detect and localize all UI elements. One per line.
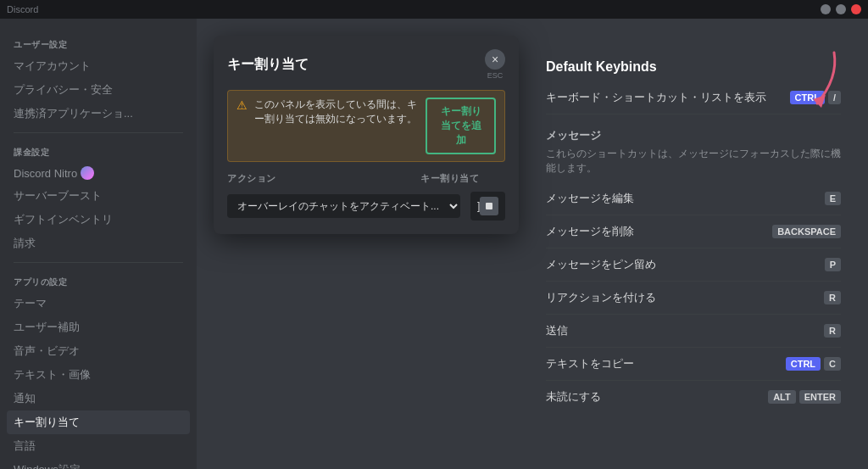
dialog-keybind-row: オーバーレイのチャットをアクティベート... ]: [227, 192, 505, 221]
pin-keys: P: [825, 258, 841, 271]
sidebar-item-keybinds[interactable]: キー割り当て: [7, 410, 190, 434]
sidebar-item-accessibility[interactable]: ユーザー補助: [7, 315, 190, 339]
copy-keys: CTRL C: [786, 357, 841, 371]
minimize-button[interactable]: ─: [821, 4, 831, 14]
send-action: 送信: [546, 323, 568, 338]
action-select[interactable]: オーバーレイのチャットをアクティベート...: [227, 194, 460, 218]
key-enter: ENTER: [799, 390, 841, 404]
sidebar-item-boost[interactable]: サーバーブースト: [7, 184, 190, 208]
key-p: P: [825, 258, 841, 271]
sidebar-item-language[interactable]: 言語: [7, 434, 190, 458]
key-slash: /: [828, 91, 841, 104]
section-title: Default Keybinds: [546, 59, 841, 75]
dialog-warning: ⚠ このパネルを表示している間は、キー割り当ては無効になっています。 キー割り当…: [227, 90, 505, 162]
sidebar-item-myaccount[interactable]: マイアカウント: [7, 54, 190, 78]
sidebar-item-notification[interactable]: 通知: [7, 387, 190, 410]
shortcut-action: キーボード・ショートカット・リストを表示: [546, 90, 766, 105]
svg-rect-0: [486, 203, 492, 209]
sidebar-item-text[interactable]: テキスト・画像: [7, 363, 190, 387]
keybind-row-pin: メッセージをピン留め P: [546, 248, 841, 282]
dialog-header: キー割り当て × ESC: [227, 49, 505, 80]
edit-action: メッセージを編集: [546, 191, 634, 206]
maximize-button[interactable]: □: [836, 4, 846, 14]
key-backspace: BACKSPACE: [772, 225, 841, 238]
sidebar-section-billing: 課金設定: [7, 140, 190, 162]
record-button[interactable]: [480, 197, 498, 215]
keybind-row-unread: 未読にする ALT ENTER: [546, 381, 841, 413]
key-ctrl: CTRL: [790, 91, 825, 104]
message-section-label: メッセージ: [546, 128, 841, 143]
key-e: E: [825, 192, 841, 205]
sidebar-item-privacy[interactable]: プライバシー・安全: [7, 78, 190, 102]
close-button[interactable]: ×: [851, 4, 861, 14]
key-c: C: [824, 357, 841, 371]
add-keybind-button[interactable]: キー割り当てを追加: [426, 98, 496, 154]
keybind-row-delete: メッセージを削除 BACKSPACE: [546, 215, 841, 248]
dialog-title: キー割り当て: [227, 56, 309, 74]
key-alt: ALT: [768, 390, 796, 404]
sidebar-section-user: ユーザー設定: [7, 32, 190, 54]
titlebar: Discord ─ □ ×: [0, 0, 868, 19]
shortcut-keys: CTRL /: [790, 91, 841, 104]
keybind-row-shortcuts: キーボード・ショートカット・リストを表示 CTRL /: [546, 81, 841, 114]
keybind-row-react: リアクションを付ける R: [546, 282, 841, 315]
titlebar-title: Discord: [7, 4, 38, 14]
keybind-row-send: 送信 R: [546, 315, 841, 348]
sidebar-item-theme[interactable]: テーマ: [7, 292, 190, 315]
react-action: リアクションを付ける: [546, 290, 656, 305]
sidebar: ユーザー設定 マイアカウント プライバシー・安全 連携済アプリケーショ... 課…: [0, 19, 197, 469]
sidebar-item-nitro[interactable]: Discord Nitro: [7, 162, 190, 184]
titlebar-controls: ─ □ ×: [821, 4, 861, 14]
sidebar-item-windows[interactable]: Windows設定: [7, 458, 190, 469]
delete-keys: BACKSPACE: [772, 225, 841, 238]
keybind-dialog: キー割り当て × ESC ⚠ このパネルを表示している間は、キー割り当ては無効に…: [214, 36, 519, 234]
edit-keys: E: [825, 192, 841, 205]
main-layout: ユーザー設定 マイアカウント プライバシー・安全 連携済アプリケーショ... 課…: [0, 19, 868, 469]
sidebar-item-connections[interactable]: 連携済アプリケーショ...: [7, 102, 190, 126]
col-keybind-label: キー割り当て: [420, 172, 505, 185]
sidebar-item-voice[interactable]: 音声・ビデオ: [7, 339, 190, 363]
keybind-row-edit: メッセージを編集 E: [546, 182, 841, 215]
react-keys: R: [824, 291, 841, 304]
default-keybinds-area: Default Keybinds キーボード・ショートカット・リストを表示 CT…: [546, 59, 841, 413]
nitro-badge: [81, 166, 94, 180]
pin-action: メッセージをピン留め: [546, 257, 656, 272]
dialog-esc-label: ESC: [487, 71, 504, 80]
dialog-close-button[interactable]: ×: [485, 49, 505, 70]
key-r-send: R: [824, 324, 841, 338]
keybind-input[interactable]: ]: [470, 192, 505, 221]
message-section-desc: これらのショートカットは、メッセージにフォーカスした際に機能します。: [546, 147, 841, 176]
unread-keys: ALT ENTER: [768, 390, 841, 404]
col-action-label: アクション: [227, 172, 410, 185]
key-r-react: R: [824, 291, 841, 304]
dialog-warning-text: このパネルを表示している間は、キー割り当ては無効になっています。: [254, 98, 419, 126]
keybind-row-copy: テキストをコピー CTRL C: [546, 348, 841, 381]
unread-action: 未読にする: [546, 389, 601, 405]
sidebar-section-app: アプリの設定: [7, 270, 190, 292]
dialog-columns: アクション キー割り当て: [227, 172, 505, 185]
warning-icon: ⚠: [236, 98, 248, 112]
send-keys: R: [824, 324, 841, 338]
key-ctrl-copy: CTRL: [786, 357, 821, 371]
copy-action: テキストをコピー: [546, 356, 634, 371]
content-area: キー割り当て × ESC ⚠ このパネルを表示している間は、キー割り当ては無効に…: [197, 19, 868, 469]
divider-1: [14, 132, 183, 133]
divider-2: [14, 262, 183, 263]
delete-action: メッセージを削除: [546, 224, 634, 239]
sidebar-item-billing[interactable]: 請求: [7, 232, 190, 255]
sidebar-item-gift[interactable]: ギフトインベントリ: [7, 208, 190, 232]
